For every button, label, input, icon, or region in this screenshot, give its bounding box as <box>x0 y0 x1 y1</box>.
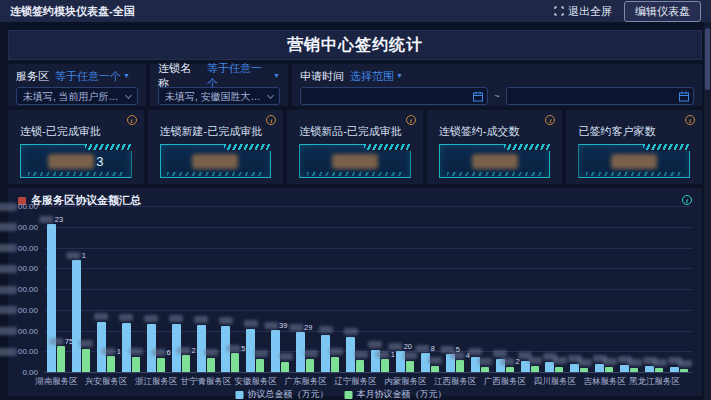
info-icon[interactable]: i <box>127 115 137 125</box>
redacted-label-patch <box>40 216 54 223</box>
bar-series2 <box>281 362 289 372</box>
bar-value-label <box>329 348 343 355</box>
bar-series2 <box>132 357 140 372</box>
gridline <box>44 310 692 311</box>
bar-value-text: 8 <box>431 344 435 353</box>
y-tick-text: 00.00 <box>18 202 38 211</box>
kpi-title: 连锁-已完成审批 <box>20 124 132 139</box>
end-date-input[interactable] <box>506 87 694 105</box>
redacted-label-patch <box>628 359 642 366</box>
chart-panel: 各服务区协议金额汇总 i 0.0000.0000.0000.0000.0000.… <box>8 188 702 396</box>
y-tick-label: 00.00 <box>0 347 38 356</box>
bar-value-label: 1 <box>67 251 86 260</box>
redacted-value-patch <box>472 154 518 169</box>
chain-name-select-value: 未填写, 安徽国胜大药房连锁有限公... <box>165 88 263 105</box>
info-icon[interactable]: i <box>266 115 276 125</box>
bar-value-label <box>493 350 507 357</box>
chart-legend: 协议总金额（万元）本月协议金额（万元） <box>236 388 447 400</box>
x-axis-label: 兴安服务区 <box>85 376 128 388</box>
y-tick-text: 00.00 <box>18 285 38 294</box>
info-icon[interactable]: i <box>406 115 416 125</box>
bar-value-label <box>129 348 143 355</box>
kpi-title: 连锁签约-成交数 <box>439 124 551 139</box>
redacted-label-patch <box>226 345 240 352</box>
kpi-value <box>578 144 690 178</box>
bar-series2 <box>481 367 489 372</box>
bar-value-text: 1 <box>82 251 86 260</box>
redacted-value-patch <box>611 154 657 169</box>
date-range-separator: ~ <box>494 91 500 102</box>
redacted-label-patch <box>344 328 358 335</box>
x-axis-label: 辽宁服务区 <box>334 376 377 388</box>
bar-chart-plot: 23751162539291208542 <box>44 206 692 372</box>
bar-series2 <box>580 368 588 372</box>
chevron-down-icon <box>267 92 274 99</box>
filter-chain-name: 连锁名称 等于任意一个 ▼ 未填写, 安徽国胜大药房连锁有限公... <box>150 64 288 106</box>
bar-series1 <box>72 260 81 372</box>
redacted-label-patch <box>0 306 17 314</box>
kpi-value-box <box>299 144 411 178</box>
bar-series2 <box>331 357 339 372</box>
redacted-label-patch <box>0 244 17 252</box>
bar-series2 <box>381 359 389 372</box>
redacted-label-patch <box>603 358 617 365</box>
redacted-label-patch <box>553 357 567 364</box>
chart-info-icon[interactable]: i <box>682 195 692 205</box>
page-title: 连锁签约模块仪表盘-全国 <box>10 4 135 19</box>
info-icon[interactable]: i <box>685 115 695 125</box>
x-axis-label: 浙江服务区 <box>135 376 178 388</box>
exit-fullscreen-button[interactable]: 退出全屏 <box>554 4 612 19</box>
redacted-label-patch <box>354 351 368 358</box>
bar-value-text: 29 <box>304 323 312 332</box>
y-tick-text: 00.00 <box>18 327 38 336</box>
bar-value-label <box>553 357 567 364</box>
redacted-label-patch <box>176 347 190 354</box>
chain-name-select[interactable]: 未填写, 安徽国胜大药房连锁有限公... <box>158 87 280 105</box>
operator-label: 等于任意一个 <box>55 69 121 84</box>
bar-series2 <box>431 366 439 372</box>
scrollbar-thumb[interactable] <box>705 28 710 90</box>
edit-dashboard-button[interactable]: 编辑仪表盘 <box>624 1 701 22</box>
service-area-select[interactable]: 未填写, 当前用户所处部门, 当前部... <box>16 87 138 105</box>
redacted-label-patch <box>578 359 592 366</box>
redacted-label-patch <box>152 349 166 356</box>
gridline <box>44 372 692 373</box>
filter-service-area-label: 服务区 <box>16 69 49 84</box>
info-icon[interactable]: i <box>545 115 555 125</box>
kpi-value-text: 3 <box>96 154 103 169</box>
bar-value-label <box>478 358 492 365</box>
filter-service-area-operator[interactable]: 等于任意一个 ▼ <box>55 69 130 84</box>
legend-item[interactable]: 本月协议金额（万元） <box>345 388 447 400</box>
filter-bar: 服务区 等于任意一个 ▼ 未填写, 当前用户所处部门, 当前部... 连锁名称 … <box>8 64 702 106</box>
start-date-input[interactable] <box>300 87 488 105</box>
x-axis: 湖南服务区兴安服务区浙江服务区甘宁青服务区安徽服务区广东服务区辽宁服务区内蒙服务… <box>44 376 692 387</box>
redacted-label-patch <box>67 252 81 259</box>
x-axis-label: 安徽服务区 <box>235 376 278 388</box>
x-axis-label: 四川服务区 <box>534 376 577 388</box>
legend-item[interactable]: 协议总金额（万元） <box>236 388 329 400</box>
legend-swatch <box>236 391 244 399</box>
redacted-label-patch <box>428 357 442 364</box>
kpi-value: 3 <box>20 144 132 178</box>
exit-fullscreen-label: 退出全屏 <box>568 4 612 19</box>
kpi-value-box: 3 <box>20 144 132 178</box>
redacted-label-patch <box>0 348 17 356</box>
chevron-down-icon: ▼ <box>273 72 280 79</box>
redacted-label-patch <box>678 360 692 367</box>
filter-apply-time-operator[interactable]: 选择范围 ▼ <box>350 69 403 84</box>
bar-value-label <box>653 359 667 366</box>
bar-value-label: 2 <box>500 357 519 366</box>
bar-value-label <box>578 359 592 366</box>
kpi-value <box>160 144 272 178</box>
y-axis: 0.0000.0000.0000.0000.0000.0000.0000.000… <box>8 206 40 372</box>
bar-value-text: 2 <box>191 346 195 355</box>
bar-series2 <box>680 369 688 372</box>
bar-value-text: 20 <box>404 342 412 351</box>
filter-apply-time-label: 申请时间 <box>300 69 344 84</box>
scrollbar[interactable] <box>704 22 711 400</box>
bar-value-label <box>678 360 692 367</box>
redacted-label-patch <box>653 359 667 366</box>
bar-value-label: 8 <box>416 344 435 353</box>
redacted-label-patch <box>0 203 17 211</box>
x-axis-label: 甘宁青服务区 <box>181 376 232 388</box>
